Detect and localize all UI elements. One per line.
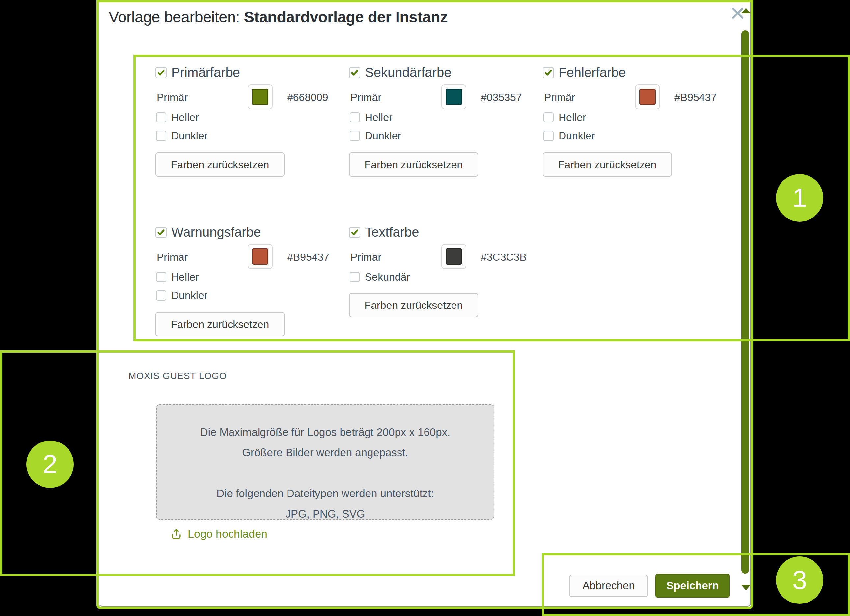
color-section-sekundaerfarbe: Sekundärfarbe Primär #035357 Heller Dunk… bbox=[349, 65, 534, 203]
reset-colors-button[interactable]: Farben zurücksetzen bbox=[156, 153, 284, 177]
section-title: Warnungsfarbe bbox=[171, 225, 261, 240]
reset-colors-button[interactable]: Farben zurücksetzen bbox=[543, 153, 672, 177]
option-sekundaer[interactable]: Sekundär bbox=[350, 271, 410, 283]
color-swatch bbox=[252, 248, 268, 265]
checkbox-unchecked[interactable] bbox=[156, 112, 166, 123]
scrollbar-up-arrow-icon[interactable] bbox=[741, 8, 751, 13]
primary-label: Primär bbox=[157, 251, 188, 263]
scrollbar-down-arrow-icon[interactable] bbox=[741, 585, 751, 590]
checkbox-unchecked[interactable] bbox=[350, 272, 360, 282]
primary-label: Primär bbox=[350, 251, 382, 263]
checkbox-unchecked[interactable] bbox=[350, 131, 360, 141]
dropzone-line: Größere Bilder werden angepasst. bbox=[157, 443, 494, 463]
reset-colors-button[interactable]: Farben zurücksetzen bbox=[156, 312, 284, 336]
option-label: Heller bbox=[365, 111, 392, 124]
primary-label: Primär bbox=[350, 91, 382, 104]
color-swatch bbox=[446, 88, 462, 105]
checkbox-checked[interactable] bbox=[156, 227, 167, 238]
section-title: Sekundärfarbe bbox=[365, 65, 451, 80]
option-dunkler[interactable]: Dunkler bbox=[156, 130, 208, 142]
color-swatch bbox=[252, 88, 268, 105]
option-label: Dunkler bbox=[365, 130, 401, 142]
hex-value: #B95437 bbox=[675, 91, 717, 104]
moxis-guest-logo-heading: MOXIS GUEST LOGO bbox=[129, 371, 227, 381]
badge-number: 3 bbox=[792, 565, 807, 595]
checkbox-unchecked[interactable] bbox=[350, 112, 360, 123]
option-label: Dunkler bbox=[171, 130, 208, 142]
hex-value: #668009 bbox=[287, 91, 328, 104]
color-swatch-button[interactable] bbox=[635, 84, 660, 109]
annotation-badge-3: 3 bbox=[776, 556, 823, 604]
scrollbar-thumb[interactable] bbox=[741, 30, 749, 574]
checkbox-checked[interactable] bbox=[543, 67, 554, 78]
primary-label: Primär bbox=[544, 91, 575, 104]
checkbox-unchecked[interactable] bbox=[156, 290, 166, 301]
logo-dropzone[interactable]: Die Maximalgröße für Logos beträgt 200px… bbox=[156, 404, 494, 520]
dialog-title-prefix: Vorlage bearbeiten: bbox=[109, 8, 244, 26]
color-section-warnungsfarbe: Warnungsfarbe Primär #B95437 Heller Dunk… bbox=[156, 225, 340, 363]
upload-logo-link[interactable]: Logo hochladen bbox=[170, 528, 268, 540]
checkbox-checked[interactable] bbox=[349, 227, 360, 238]
badge-number: 2 bbox=[43, 449, 58, 479]
dialog-title-name: Standardvorlage der Instanz bbox=[244, 8, 448, 26]
reset-colors-button[interactable]: Farben zurücksetzen bbox=[349, 293, 478, 317]
option-heller[interactable]: Heller bbox=[156, 271, 199, 283]
checkbox-unchecked[interactable] bbox=[156, 272, 166, 282]
checkbox-unchecked[interactable] bbox=[156, 131, 166, 141]
checkbox-unchecked[interactable] bbox=[543, 131, 554, 141]
color-swatch bbox=[639, 88, 656, 105]
color-section-fehlerfarbe: Fehlerfarbe Primär #B95437 Heller Dunkle… bbox=[543, 65, 727, 203]
option-dunkler[interactable]: Dunkler bbox=[350, 130, 401, 142]
option-label: Heller bbox=[171, 111, 199, 124]
upload-logo-label: Logo hochladen bbox=[188, 528, 268, 540]
color-swatch-button[interactable] bbox=[441, 84, 466, 109]
save-button[interactable]: Speichern bbox=[655, 574, 730, 598]
option-label: Dunkler bbox=[558, 130, 595, 142]
color-swatch bbox=[446, 248, 462, 265]
checkbox-checked[interactable] bbox=[349, 67, 360, 78]
dropzone-line: Die folgenden Dateitypen werden unterstü… bbox=[157, 483, 494, 504]
color-swatch-button[interactable] bbox=[248, 244, 273, 269]
hex-value: #035357 bbox=[481, 91, 522, 104]
color-swatch-button[interactable] bbox=[248, 84, 273, 109]
reset-colors-button[interactable]: Farben zurücksetzen bbox=[349, 153, 478, 177]
option-label: Heller bbox=[171, 271, 199, 283]
option-label: Dunkler bbox=[171, 289, 208, 302]
cancel-button[interactable]: Abbrechen bbox=[569, 574, 648, 597]
option-heller[interactable]: Heller bbox=[543, 111, 586, 124]
section-title: Fehlerfarbe bbox=[558, 65, 626, 80]
option-dunkler[interactable]: Dunkler bbox=[543, 130, 595, 142]
color-swatch-button[interactable] bbox=[441, 244, 466, 269]
annotation-badge-1: 1 bbox=[776, 174, 823, 221]
color-section-textfarbe: Textfarbe Primär #3C3C3B Sekundär Farben… bbox=[349, 225, 534, 363]
dropzone-line: JPG, PNG, SVG bbox=[157, 504, 494, 524]
primary-label: Primär bbox=[157, 91, 188, 104]
badge-number: 1 bbox=[792, 183, 807, 213]
option-heller[interactable]: Heller bbox=[156, 111, 199, 124]
checkbox-unchecked[interactable] bbox=[543, 112, 554, 123]
dropzone-line: Die Maximalgröße für Logos beträgt 200px… bbox=[157, 422, 494, 443]
option-label: Sekundär bbox=[365, 271, 410, 283]
screenshot-root: Vorlage bearbeiten: Standardvorlage der … bbox=[0, 0, 850, 616]
dialog-title: Vorlage bearbeiten: Standardvorlage der … bbox=[109, 8, 447, 26]
hex-value: #B95437 bbox=[287, 251, 329, 263]
hex-value: #3C3C3B bbox=[481, 251, 527, 263]
color-section-primaerfarbe: Primärfarbe Primär #668009 Heller Dunkle… bbox=[156, 65, 340, 203]
option-label: Heller bbox=[558, 111, 586, 124]
option-dunkler[interactable]: Dunkler bbox=[156, 289, 208, 302]
section-title: Primärfarbe bbox=[171, 65, 240, 80]
section-title: Textfarbe bbox=[365, 225, 419, 240]
checkbox-checked[interactable] bbox=[156, 67, 167, 78]
upload-icon bbox=[170, 528, 183, 540]
annotation-badge-2: 2 bbox=[26, 441, 74, 488]
option-heller[interactable]: Heller bbox=[350, 111, 392, 124]
